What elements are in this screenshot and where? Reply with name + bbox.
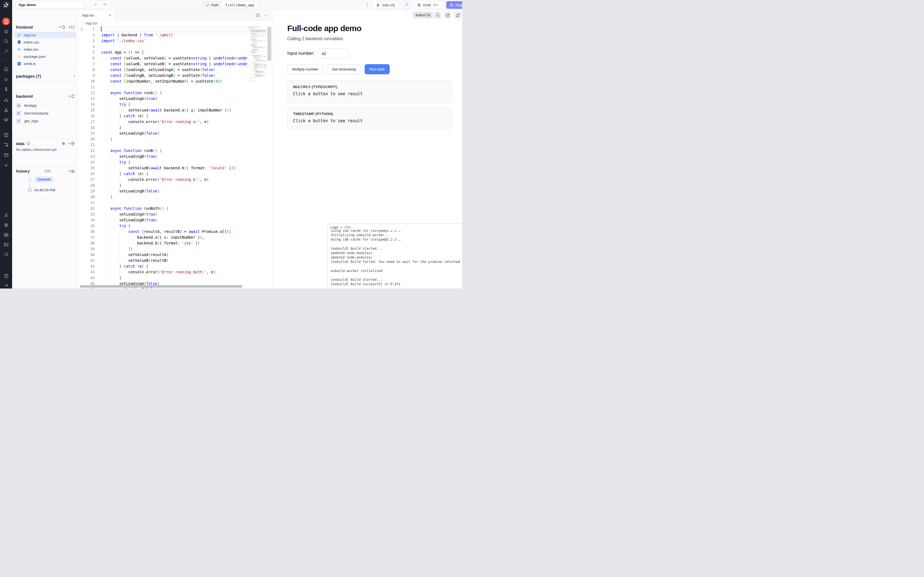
editor-vertical-scrollbar[interactable] [268, 27, 271, 61]
input-number-field[interactable] [318, 48, 348, 58]
line-number: 12 [77, 90, 95, 96]
draft-button[interactable]: Draft ⌘S [414, 1, 442, 9]
code-text: } [102, 183, 121, 187]
deploy-button[interactable]: Deploy [446, 1, 462, 9]
line-number: 44 [77, 275, 95, 281]
tab-label: App.tsx [82, 13, 94, 17]
logs-header[interactable]: Logs (75) [327, 224, 462, 230]
file-row-index.css[interactable]: 3index.css [14, 39, 76, 45]
snapshot-button[interactable]: + [68, 169, 75, 173]
history-version-node[interactable] [28, 188, 32, 192]
rail-workers-icon[interactable] [2, 231, 10, 239]
jobs-label: Jobs (0) [382, 3, 395, 7]
rail-star-icon[interactable] [2, 27, 10, 35]
multiply-number-button[interactable]: Multiply number [287, 64, 323, 74]
history-timestamp[interactable]: 04:48:29 PM [34, 188, 55, 192]
line-number: 35 [77, 223, 95, 229]
code-line-14: 14 try { [77, 102, 248, 107]
code-text: } [102, 195, 113, 199]
refresh-button[interactable] [454, 11, 461, 19]
rail-home-icon[interactable] [2, 65, 10, 73]
data-settings-button[interactable] [61, 142, 66, 146]
line-number: 37 [77, 235, 95, 240]
rail-schedules-icon[interactable] [2, 106, 10, 114]
backend-runnable-get-timestamp[interactable]: bGet timestamp [14, 110, 76, 116]
line-number: 7 [77, 61, 95, 67]
file-row-index.tsx[interactable]: index.tsx [14, 46, 76, 53]
rail-runs-icon[interactable] [2, 76, 10, 84]
redo-button[interactable]: ↷ [100, 2, 109, 8]
history-count: 1/50 [44, 169, 51, 173]
history-current-node[interactable] [28, 177, 32, 181]
more-icon[interactable]: ⋯ [264, 13, 268, 18]
runnable-label: Get timestamp [24, 111, 48, 115]
log-line: Using idb cache for csstype@3.2.3 … [331, 237, 459, 242]
editor-horizontal-scrollbar[interactable] [80, 285, 242, 288]
code-line-41: 41 setValueB(resultB) [77, 258, 248, 263]
rail-calendar-icon[interactable] [2, 131, 10, 139]
jobs-button[interactable]: Jobs (0) [373, 1, 398, 9]
backend-runnable-get_logs[interactable]: cget_logs [14, 118, 76, 124]
add-folder-button[interactable]: + [68, 25, 75, 29]
line-number: 2 [77, 32, 95, 38]
breadcrumb[interactable]: › App.tsx [77, 20, 272, 26]
preview-app-subtitle: Calling 2 backend runnables [287, 36, 343, 41]
code-text: setValueA(await backend.a({ x: inputNumb… [102, 108, 231, 112]
file-name: wmill.ts [24, 62, 36, 66]
rail-search-icon[interactable] [2, 37, 10, 45]
app-name-input[interactable] [15, 1, 85, 8]
add-file-button[interactable]: + [59, 25, 66, 29]
line-number: 34 [77, 217, 95, 223]
kebab-menu-icon[interactable]: ⋮ [364, 2, 371, 8]
minimap[interactable]: import React, { useState } from 'react'i… [248, 26, 267, 169]
get-timestamp-button[interactable]: Get timestamp [327, 64, 361, 74]
minimap-line: export default App [248, 81, 267, 81]
history-current-badge[interactable]: Current [34, 176, 54, 182]
rail-expand-icon[interactable] [2, 281, 10, 288]
code-line-3: 3import './index.css' [77, 38, 248, 44]
component-select-button[interactable] [434, 11, 441, 19]
rail-routes-icon[interactable] [2, 141, 10, 148]
breadcrumb-file: App.tsx [85, 21, 97, 25]
code-line-26: 26 } catch (e) { [77, 171, 248, 177]
rail-user-icon[interactable] [2, 211, 10, 219]
line-number: 13 [77, 96, 95, 102]
rail-magic-wand-icon[interactable] [2, 47, 10, 55]
rail-resources-icon[interactable] [2, 96, 10, 104]
split-editor-icon[interactable] [256, 13, 260, 17]
path-control[interactable]: Path f/all/demo_app [202, 1, 258, 9]
rail-folders-icon[interactable] [2, 240, 10, 248]
open-external-button[interactable] [444, 11, 451, 19]
rail-apps-icon[interactable] [2, 18, 10, 25]
file-row-App.tsx[interactable]: App.tsx [14, 32, 76, 38]
tab-app-tsx[interactable]: App.tsx × [77, 10, 114, 20]
code-line-9: 9 const [loadingB, setLoadingB] = useSta… [77, 73, 248, 79]
rail-help-icon[interactable] [2, 272, 10, 280]
rail-mail-icon[interactable] [2, 151, 10, 159]
line-number: 16 [77, 113, 95, 119]
code-area[interactable]: 1import React, { useState } from 'react'… [77, 26, 248, 288]
ai-wand-button[interactable] [402, 1, 411, 9]
packages-section-row[interactable]: packages (7) › [16, 73, 75, 79]
rail-learn-icon[interactable] [2, 116, 10, 124]
undo-button[interactable]: ↶ [91, 2, 100, 8]
close-icon[interactable]: × [109, 13, 111, 18]
file-row-package.json[interactable]: {}package.json [14, 53, 76, 60]
add-runnable-button[interactable]: + [68, 94, 75, 98]
code-text: } [102, 137, 113, 141]
input-number-label: Input number: [287, 48, 314, 58]
run-both-button[interactable]: Run both [364, 64, 390, 74]
windmill-logo-icon[interactable] [3, 2, 10, 8]
code-text: backend.b({ format: 'iso' }) [102, 241, 200, 245]
code-line-21: 21 [77, 142, 248, 148]
logs-count: (75) [344, 225, 351, 229]
bug-icon [376, 3, 380, 7]
rail-variables-icon[interactable] [2, 85, 10, 93]
rail-settings-icon[interactable] [2, 221, 10, 229]
add-table-button[interactable]: + [68, 141, 75, 146]
rail-audit-logs-icon[interactable] [2, 250, 10, 258]
rail-plus-icon[interactable] [2, 161, 10, 169]
file-row-wmill.ts[interactable]: TSwmill.ts [14, 60, 76, 67]
code-text: const [resultA, resultB] = await Promise… [102, 229, 231, 234]
backend-runnable-multiply[interactable]: aMultiply [14, 102, 76, 109]
